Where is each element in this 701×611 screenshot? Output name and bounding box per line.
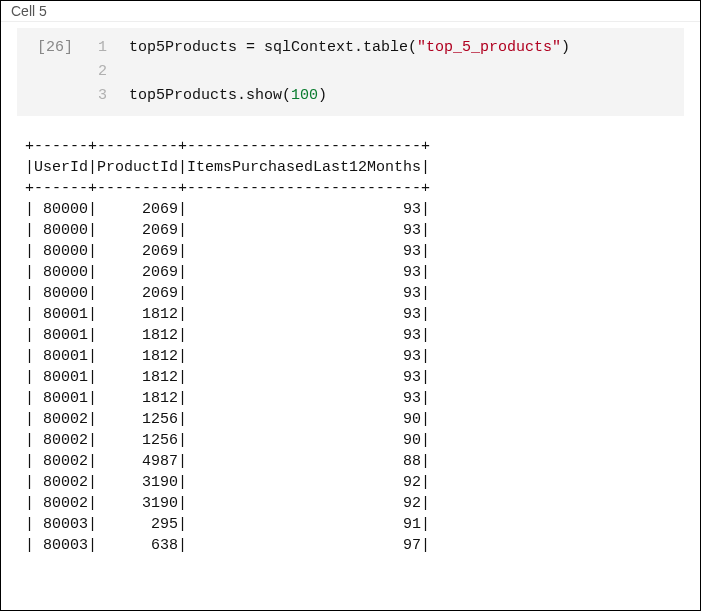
line-number: 2 — [79, 60, 113, 84]
cell-body: [26] 1 2 3 top5Products = sqlContext.tab… — [1, 28, 700, 556]
line-number-gutter: 1 2 3 — [79, 28, 113, 116]
line-number: 1 — [79, 36, 113, 60]
code-text: ) — [561, 39, 570, 56]
cell-title: Cell 5 — [1, 1, 700, 22]
code-text: top5Products = sqlContext.table( — [129, 39, 417, 56]
code-string-literal: "top_5_products" — [417, 39, 561, 56]
code-text: ) — [318, 87, 327, 104]
execution-count: [26] — [17, 28, 79, 116]
code-block[interactable]: [26] 1 2 3 top5Products = sqlContext.tab… — [17, 28, 684, 116]
cell-output: +------+---------+----------------------… — [11, 136, 690, 556]
notebook-cell-container: Cell 5 [26] 1 2 3 top5Products = sqlCont… — [0, 0, 701, 611]
code-editor[interactable]: top5Products = sqlContext.table("top_5_p… — [113, 28, 684, 116]
code-number-literal: 100 — [291, 87, 318, 104]
code-text: top5Products.show( — [129, 87, 291, 104]
line-number: 3 — [79, 84, 113, 108]
